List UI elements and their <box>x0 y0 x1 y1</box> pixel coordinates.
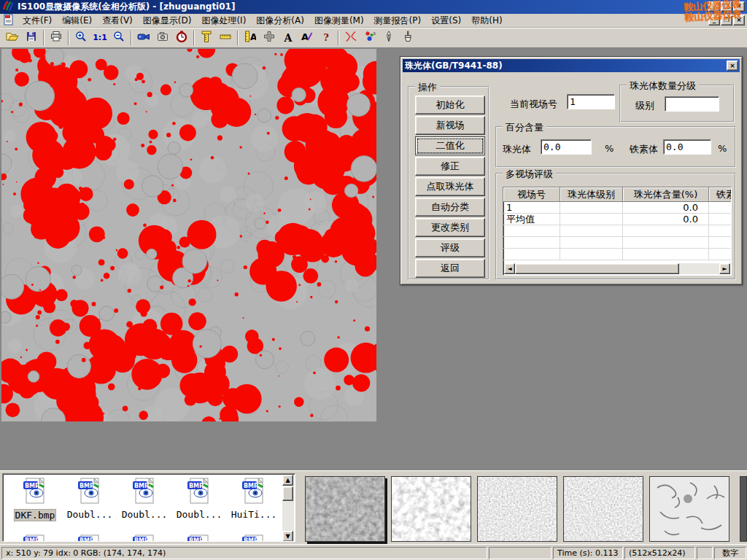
preview-thumbnail[interactable] <box>649 476 729 542</box>
menu-image-analysis[interactable]: 图像分析(A) <box>251 13 309 28</box>
change-class-button[interactable]: 更改类别 <box>415 218 485 237</box>
preview-thumbnail[interactable] <box>391 476 471 542</box>
file-item[interactable]: BMP Doubl... <box>118 477 171 520</box>
menu-image-processing[interactable]: 图像处理(I) <box>196 13 251 28</box>
ruler-button[interactable] <box>216 29 235 47</box>
title-bar[interactable]: IS100显微摄像系统(金相分析版) - [zhuguangti01] _ □ … <box>0 0 747 14</box>
video-camera-button[interactable] <box>134 29 153 47</box>
zoom-in-button[interactable] <box>71 29 90 47</box>
col-field-number[interactable]: 视场号 <box>503 187 560 202</box>
scroll-right-icon[interactable]: ► <box>719 263 730 274</box>
file-name[interactable]: Doubl... <box>176 509 223 520</box>
table-horizontal-scrollbar[interactable]: ◄ ► <box>504 263 730 274</box>
correct-button[interactable]: 修正 <box>415 157 485 176</box>
curve-tool-button[interactable] <box>341 29 360 47</box>
preview-thumbnail[interactable] <box>563 476 643 542</box>
menu-file[interactable]: 文件(F) <box>18 13 57 28</box>
file-item-partial[interactable]: BMP <box>173 534 225 542</box>
file-item-partial[interactable]: BMP <box>228 534 280 542</box>
ferrite-percent-input[interactable] <box>663 139 711 155</box>
scroll-left-icon[interactable]: ◄ <box>504 263 515 274</box>
preview-thumbnail-partial[interactable] <box>740 476 747 542</box>
file-list-scrollbar[interactable]: ▲ ▼ <box>282 475 294 542</box>
col-pearlite-grade[interactable]: 珠光体级别 <box>560 187 623 202</box>
save-button[interactable] <box>22 29 41 47</box>
help-button[interactable]: ? <box>317 29 336 47</box>
measure-text-button[interactable]: A <box>241 29 260 47</box>
file-item-partial[interactable]: BMP <box>118 534 171 542</box>
file-item-partial[interactable]: BMP <box>9 534 61 542</box>
file-name[interactable]: Doubl... <box>121 509 169 520</box>
minimize-button[interactable]: _ <box>708 1 720 12</box>
file-name[interactable]: Doubl... <box>66 509 114 520</box>
menu-help[interactable]: 帮助(H) <box>466 13 507 28</box>
menu-image-measure[interactable]: 图像测量(M) <box>309 13 369 28</box>
file-item-partial[interactable]: BMP <box>63 534 116 542</box>
pick-pearlite-button[interactable]: 点取珠光体 <box>415 177 485 196</box>
return-button[interactable]: 返回 <box>415 259 485 278</box>
grade-button[interactable]: 评级 <box>415 238 485 257</box>
pearlite-percent-input[interactable] <box>541 139 592 155</box>
file-item[interactable]: BMP HuiTi... <box>228 477 280 520</box>
table-row[interactable]: 平均值 0.0 <box>503 214 731 225</box>
scrollbar-thumb[interactable] <box>282 486 293 501</box>
file-name[interactable]: HuiTi... <box>231 509 278 520</box>
pan-cross-button[interactable] <box>260 29 279 47</box>
brush-button[interactable] <box>398 29 417 47</box>
caliper-button[interactable] <box>197 29 216 47</box>
bmp-file-icon: BMP <box>131 477 158 506</box>
file-item[interactable]: BMP Doubl... <box>63 477 116 520</box>
table-row[interactable] <box>503 237 731 249</box>
preview-thumbnail[interactable] <box>477 476 557 542</box>
menu-measure-report[interactable]: 测量报告(P) <box>369 13 427 28</box>
col-ferrite[interactable]: 铁素体 <box>709 187 732 202</box>
table-row[interactable]: 1 0.0 <box>503 202 731 214</box>
bmp-file-icon: BMP <box>22 477 48 506</box>
child-close-button[interactable]: × <box>733 15 745 26</box>
auto-classify-button[interactable]: 自动分类 <box>415 198 485 217</box>
menu-edit[interactable]: 编辑(E) <box>57 13 97 28</box>
actual-size-button[interactable]: 1:1 <box>90 29 109 47</box>
file-name[interactable]: DKF.bmp <box>14 509 57 521</box>
open-button[interactable] <box>3 29 22 47</box>
pearlite-dialog[interactable]: 珠光体(GB/T9441-88) × 操作 初始化 新视场 二值化 修正 点取珠… <box>400 56 743 285</box>
pen-button[interactable] <box>379 29 398 47</box>
status-spare <box>697 547 713 559</box>
zoom-out-button[interactable] <box>109 29 128 47</box>
document-icon[interactable] <box>3 14 15 28</box>
scrollbar-thumb[interactable] <box>515 263 679 274</box>
preview-thumbnail[interactable] <box>305 476 385 542</box>
menu-image-display[interactable]: 图像显示(D) <box>138 13 197 28</box>
file-item[interactable]: BMP Doubl... <box>173 477 225 520</box>
init-button[interactable]: 初始化 <box>415 96 485 114</box>
file-browser[interactable]: BMP DKF.bmp BMP Doubl... BMP Doubl... BM… <box>2 473 295 542</box>
toolbar-separator <box>131 31 132 45</box>
table-row[interactable] <box>503 249 731 260</box>
particle-classify-button[interactable]: 3 <box>360 29 379 47</box>
col-pearlite-percent[interactable]: 珠光体含量(%) <box>623 187 709 202</box>
current-field-input[interactable] <box>567 94 615 109</box>
print-button[interactable] <box>47 29 66 47</box>
annotate-button[interactable]: A <box>298 29 317 47</box>
grading-table[interactable]: 视场号 珠光体级别 珠光体含量(%) 铁素体 1 0.0 平均值 0.0 <box>503 187 732 276</box>
menu-settings[interactable]: 设置(S) <box>426 13 466 28</box>
table-row[interactable] <box>503 225 731 237</box>
child-restore-button[interactable]: ❐ <box>721 15 732 26</box>
close-button[interactable]: × <box>733 1 745 12</box>
dialog-close-button[interactable]: × <box>727 61 738 71</box>
svg-text:BMP: BMP <box>189 483 204 489</box>
grade-input[interactable] <box>665 96 719 112</box>
dialog-title-bar[interactable]: 珠光体(GB/T9441-88) × <box>403 59 740 72</box>
menu-view[interactable]: 查看(V) <box>97 13 138 28</box>
text-button[interactable]: A <box>279 29 298 47</box>
file-item[interactable]: BMP DKF.bmp <box>9 477 61 521</box>
scroll-up-icon[interactable]: ▲ <box>282 475 293 486</box>
camera-button[interactable] <box>153 29 172 47</box>
child-minimize-button[interactable]: _ <box>708 15 720 26</box>
specimen-image[interactable] <box>1 49 376 421</box>
new-field-button[interactable]: 新视场 <box>415 116 485 135</box>
binarize-button[interactable]: 二值化 <box>415 136 485 155</box>
timer-button[interactable] <box>172 29 191 47</box>
scroll-down-icon[interactable]: ▼ <box>282 531 293 542</box>
maximize-button[interactable]: □ <box>721 1 732 12</box>
